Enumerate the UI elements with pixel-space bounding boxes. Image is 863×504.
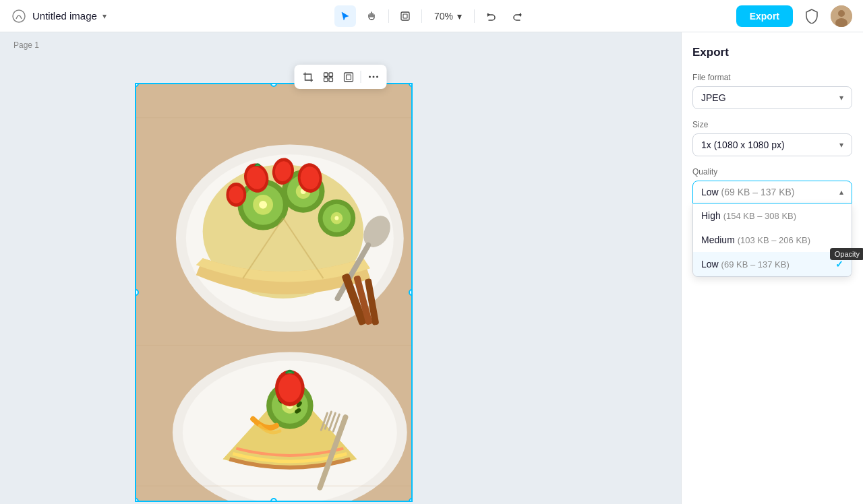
food-image [136,84,411,501]
svg-rect-10 [344,73,353,82]
quality-option-high[interactable]: High (154 KB – 308 KB) [693,203,852,228]
topbar: Untitled image ▾ 70% ▾ [0,0,863,32]
toolbar-divider2 [421,9,422,23]
handle-bottom-right[interactable] [409,498,413,502]
toolbar-divider3 [474,9,475,23]
more-options-button[interactable] [364,67,383,86]
size-label: Size [692,120,852,129]
svg-rect-2 [403,14,407,18]
svg-rect-6 [324,73,328,77]
file-format-select[interactable]: JPEG ▾ [692,86,852,109]
canvas-area: Page 1 [0,32,681,504]
zoom-chevron-icon: ▾ [457,11,462,22]
svg-point-31 [334,216,338,220]
file-format-label: File format [692,73,852,82]
size-chevron-icon: ▾ [839,140,843,150]
svg-rect-8 [324,77,328,82]
zoom-value: 70% [434,11,453,22]
select-tool-button[interactable] [334,5,356,27]
opacity-tooltip: Opacity [830,248,863,260]
main-area: Page 1 [0,32,863,504]
shield-icon[interactable] [801,5,823,27]
handle-middle-right[interactable] [409,289,413,296]
quality-medium-range: (103 KB – 206 KB) [738,235,810,245]
quality-high-label: High [701,210,721,221]
user-avatar[interactable] [831,5,852,27]
svg-point-0 [13,10,25,22]
svg-point-57 [278,374,301,402]
handle-bottom-center[interactable] [270,498,277,502]
export-panel: Export File format JPEG ▾ Size 1x (1080 … [681,32,863,504]
topbar-center-tools: 70% ▾ [334,5,529,27]
size-group: Size 1x (1080 x 1080 px) ▾ [692,120,852,156]
svg-point-12 [369,76,371,78]
svg-rect-7 [329,73,333,77]
file-format-group: File format JPEG ▾ [692,73,852,109]
float-toolbar-divider [361,71,361,83]
svg-rect-11 [346,75,351,80]
topbar-right: Export [736,5,852,27]
hand-tool-button[interactable] [361,5,383,27]
size-value: 1x (1080 x 1080 px) [701,139,785,150]
redo-button[interactable] [507,5,529,27]
quality-medium-label: Medium [701,234,735,245]
app-icon [11,8,27,24]
zoom-button[interactable]: 70% ▾ [427,8,469,24]
quality-chevron-icon: ▴ [839,187,843,197]
panel-title: Export [692,46,852,59]
page-label: Page 1 [13,40,39,50]
svg-point-4 [838,10,845,17]
svg-point-13 [372,76,374,78]
undo-button[interactable] [480,5,502,27]
quality-label: Quality [692,167,852,177]
svg-point-39 [229,186,243,203]
export-button[interactable]: Export [736,5,793,27]
document-title: Untitled image [32,10,97,22]
frame-tool-button[interactable] [394,5,416,27]
svg-rect-1 [401,12,409,20]
quality-low-label: Low [701,259,719,270]
toolbar-divider [388,9,389,23]
file-format-value: JPEG [701,92,726,103]
float-toolbar [295,65,387,89]
quality-group: Quality Low (69 KB – 137 KB) ▴ High (154… [692,167,852,277]
file-format-chevron-icon: ▾ [839,93,843,102]
quality-value: Low (69 KB – 137 KB) [701,187,795,197]
quality-dropdown: High (154 KB – 308 KB) Medium (103 KB – … [692,203,852,277]
crop-tool-button[interactable] [299,67,318,86]
quality-low-range: (69 KB – 137 KB) [721,259,790,270]
selected-image[interactable]: ↻ [135,83,413,502]
grid-layout-button[interactable] [319,67,338,86]
quality-option-medium[interactable]: Medium (103 KB – 206 KB) [693,228,852,252]
frame-select-button[interactable] [339,67,358,86]
size-select[interactable]: 1x (1080 x 1080 px) ▾ [692,133,852,156]
title-chevron-icon[interactable]: ▾ [102,11,107,21]
quality-check-icon: ✓ [835,259,843,270]
quality-high-range: (154 KB – 308 KB) [723,211,796,221]
svg-rect-9 [329,77,333,82]
quality-select[interactable]: Low (69 KB – 137 KB) ▴ [692,181,852,203]
svg-point-14 [376,76,378,78]
quality-option-low[interactable]: Low (69 KB – 137 KB) ✓ [693,252,852,276]
svg-point-23 [259,201,267,209]
